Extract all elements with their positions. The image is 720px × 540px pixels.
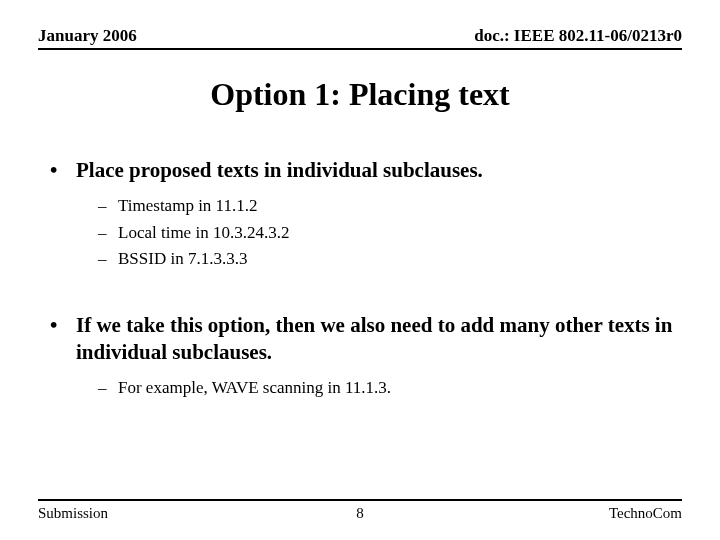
page-title: Option 1: Placing text bbox=[38, 76, 682, 113]
footer-bar: Submission 8 TechnoCom bbox=[38, 505, 682, 522]
header-date: January 2006 bbox=[38, 26, 137, 46]
slide-page: January 2006 doc.: IEEE 802.11-06/0213r0… bbox=[0, 0, 720, 540]
footer-left: Submission bbox=[38, 505, 108, 522]
sub-bullet-item: BSSID in 7.1.3.3.3 bbox=[98, 246, 682, 272]
header-bar: January 2006 doc.: IEEE 802.11-06/0213r0 bbox=[38, 26, 682, 50]
bullet-text: If we take this option, then we also nee… bbox=[76, 313, 672, 363]
sub-bullet-item: Timestamp in 11.1.2 bbox=[98, 193, 682, 219]
sub-list: Timestamp in 11.1.2 Local time in 10.3.2… bbox=[98, 193, 682, 272]
sub-list: For example, WAVE scanning in 11.1.3. bbox=[98, 375, 682, 401]
footer-wrap: Submission 8 TechnoCom bbox=[38, 499, 682, 522]
bullet-item: If we take this option, then we also nee… bbox=[50, 312, 682, 365]
sub-bullet-item: Local time in 10.3.24.3.2 bbox=[98, 220, 682, 246]
bullet-item: Place proposed texts in individual subcl… bbox=[50, 157, 682, 183]
footer-rule bbox=[38, 499, 682, 501]
sub-bullet-item: For example, WAVE scanning in 11.1.3. bbox=[98, 375, 682, 401]
page-number: 8 bbox=[356, 505, 364, 522]
footer-right: TechnoCom bbox=[609, 505, 682, 522]
bullet-text: Place proposed texts in individual subcl… bbox=[76, 158, 483, 182]
header-doc-id: doc.: IEEE 802.11-06/0213r0 bbox=[474, 26, 682, 46]
